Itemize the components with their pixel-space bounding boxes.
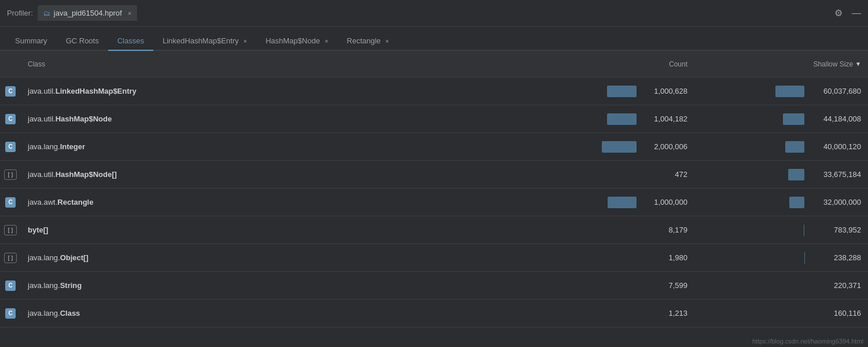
nav-tab-linkedhashmap[interactable]: LinkedHashMap$Entry× [153, 32, 256, 51]
row-badge-5: [ ] [0, 225, 21, 235]
nav-tab-gcroots[interactable]: GC Roots [57, 32, 108, 51]
row-shallow-1: 44,184,008 [694, 113, 868, 125]
row-count-3: 472 [521, 170, 694, 179]
settings-icon[interactable]: ⚙ [834, 8, 843, 19]
row-count-2: 2,000,006 [521, 141, 694, 153]
row-count-6: 1,980 [521, 253, 694, 262]
table-row[interactable]: Cjava.awt.Rectangle1,000,00032,000,000 [0, 189, 868, 216]
row-class-8: java.lang.Class [21, 309, 521, 318]
title-icons: ⚙ — [834, 8, 861, 19]
table-body: Cjava.util.LinkedHashMap$Entry1,000,6286… [0, 77, 868, 327]
row-badge-1: C [0, 114, 21, 124]
table-header: Class Count Shallow Size ▼ [0, 51, 868, 77]
table-row[interactable]: [ ]java.lang.Object[]1,980238,288 [0, 244, 868, 272]
tab-close-hashmap[interactable]: × [325, 38, 328, 45]
row-count-1: 1,004,182 [521, 113, 694, 125]
th-class: Class [21, 60, 521, 68]
row-shallow-6: 238,288 [694, 252, 868, 264]
table-row[interactable]: [ ]java.util.HashMap$Node[]47233,675,184 [0, 161, 868, 189]
row-badge-0: C [0, 86, 21, 97]
th-shallow[interactable]: Shallow Size ▼ [694, 60, 868, 68]
row-class-3: java.util.HashMap$Node[] [21, 170, 521, 179]
watermark: https://blog.csdn.net/haoming6394.html [752, 338, 863, 345]
table-row[interactable]: Cjava.util.LinkedHashMap$Entry1,000,6286… [0, 77, 868, 105]
nav-tab-classes[interactable]: Classes [108, 32, 153, 51]
file-tab-close[interactable]: × [128, 10, 131, 17]
row-class-1: java.util.HashMap$Node [21, 115, 521, 123]
table-container: Class Count Shallow Size ▼ Cjava.util.Li… [0, 51, 868, 327]
row-badge-2: C [0, 142, 21, 152]
nav-tabs: SummaryGC RootsClassesLinkedHashMap$Entr… [0, 27, 868, 51]
row-class-7: java.lang.String [21, 281, 521, 290]
minimize-icon[interactable]: — [852, 8, 861, 19]
table-row[interactable]: [ ]byte[]8,179783,952 [0, 216, 868, 244]
row-shallow-8: 160,116 [694, 309, 868, 318]
th-count[interactable]: Count [521, 60, 694, 68]
file-icon: 🗂 [43, 9, 50, 17]
row-count-8: 1,213 [521, 309, 694, 318]
row-badge-6: [ ] [0, 253, 21, 263]
nav-tab-rectangle[interactable]: Rectangle× [337, 32, 398, 51]
profiler-label: Profiler: [7, 9, 33, 17]
row-badge-4: C [0, 197, 21, 208]
nav-tab-summary[interactable]: Summary [6, 32, 57, 51]
file-tab[interactable]: 🗂 java_pid61504.hprof × [38, 5, 137, 21]
row-class-5: byte[] [21, 226, 521, 234]
row-count-7: 7,599 [521, 281, 694, 290]
row-count-5: 8,179 [521, 226, 694, 234]
row-shallow-4: 32,000,000 [694, 197, 868, 208]
row-shallow-2: 40,000,120 [694, 141, 868, 153]
table-row[interactable]: Cjava.lang.String7,599220,371 [0, 272, 868, 300]
row-count-0: 1,000,628 [521, 86, 694, 97]
row-class-6: java.lang.Object[] [21, 253, 521, 262]
row-class-2: java.lang.Integer [21, 142, 521, 151]
row-shallow-0: 60,037,680 [694, 86, 868, 97]
title-left: Profiler: 🗂 java_pid61504.hprof × [7, 5, 137, 21]
title-bar: Profiler: 🗂 java_pid61504.hprof × ⚙ — [0, 0, 868, 27]
shallow-size-label: Shallow Size [813, 60, 853, 68]
file-name: java_pid61504.hprof [54, 9, 122, 17]
sort-arrow: ▼ [855, 61, 861, 67]
nav-tab-hashmap[interactable]: HashMap$Node× [256, 32, 337, 51]
row-count-4: 1,000,000 [521, 197, 694, 208]
row-shallow-3: 33,675,184 [694, 169, 868, 180]
tab-close-linkedhashmap[interactable]: × [243, 38, 247, 45]
row-shallow-5: 783,952 [694, 224, 868, 236]
tab-close-rectangle[interactable]: × [385, 38, 389, 45]
row-badge-3: [ ] [0, 169, 21, 180]
table-row[interactable]: Cjava.lang.Integer2,000,00640,000,120 [0, 133, 868, 161]
row-class-4: java.awt.Rectangle [21, 198, 521, 206]
row-badge-7: C [0, 280, 21, 291]
row-shallow-7: 220,371 [694, 281, 868, 290]
table-row[interactable]: Cjava.lang.Class1,213160,116 [0, 300, 868, 327]
table-row[interactable]: Cjava.util.HashMap$Node1,004,18244,184,0… [0, 105, 868, 133]
row-badge-8: C [0, 308, 21, 319]
row-class-0: java.util.LinkedHashMap$Entry [21, 87, 521, 95]
